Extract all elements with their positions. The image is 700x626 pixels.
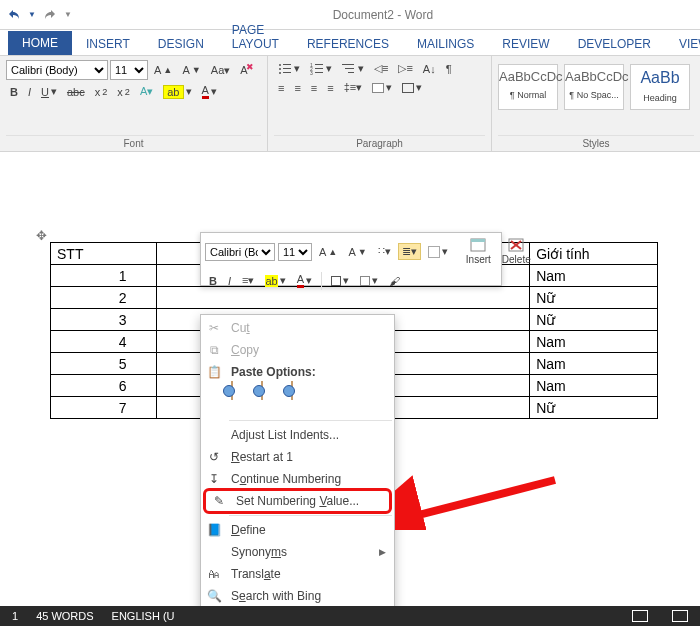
tab-insert[interactable]: INSERT	[72, 32, 144, 55]
show-marks-button[interactable]: ¶	[442, 61, 456, 77]
svg-rect-12	[342, 64, 354, 65]
mini-font-color[interactable]: A▾	[293, 271, 316, 290]
justify-button[interactable]: ≡	[323, 80, 337, 96]
ctx-translate[interactable]: 🗛 Translate	[201, 563, 394, 585]
shrink-font-button[interactable]: A▼	[178, 62, 204, 78]
ctx-set-numbering-value[interactable]: ✎ Set Numbering Value...	[203, 488, 392, 514]
change-case-button[interactable]: Aa▾	[207, 62, 234, 79]
superscript-button[interactable]: x2	[113, 84, 134, 100]
italic-button[interactable]: I	[24, 84, 35, 100]
bold-button[interactable]: B	[6, 84, 22, 100]
style-normal[interactable]: AaBbCcDc¶ Normal	[498, 64, 558, 110]
paste-keep-source-icon[interactable]	[231, 385, 255, 413]
ctx-copy: ⧉ Copy	[201, 339, 394, 361]
mini-font-size[interactable]: 11	[278, 243, 312, 261]
ctx-define[interactable]: 📘 Define	[201, 519, 394, 541]
context-menu: ✂ Cut ⧉ Copy 📋 Paste Options: Adjust Lis…	[200, 314, 395, 606]
sort-button[interactable]: A↓	[419, 61, 440, 77]
style-heading[interactable]: AaBbHeading	[630, 64, 690, 110]
subscript-button[interactable]: x2	[91, 84, 112, 100]
font-size-select[interactable]: 11	[110, 60, 148, 80]
multilevel-list-button[interactable]: ▾	[338, 60, 368, 77]
restart-icon: ↺	[205, 448, 223, 466]
mini-borders[interactable]: ▾	[327, 272, 353, 289]
view-read-icon[interactable]	[632, 610, 648, 622]
view-print-icon[interactable]	[672, 610, 688, 622]
mini-insert-button[interactable]: Insert	[462, 236, 495, 267]
mini-grow-font[interactable]: A▲	[315, 244, 341, 260]
mini-align[interactable]: ≡▾	[238, 272, 258, 289]
qat-customize-icon[interactable]: ▼	[64, 10, 72, 19]
mini-highlight[interactable]: ab▾	[261, 272, 289, 289]
status-bar: 1 45 WORDS ENGLISH (U	[0, 606, 700, 626]
strikethrough-button[interactable]: abc	[63, 84, 89, 100]
tab-view[interactable]: VIEW	[665, 32, 700, 55]
status-page[interactable]: 1	[12, 610, 18, 622]
grow-font-button[interactable]: A▲	[150, 62, 176, 78]
decrease-indent-button[interactable]: ◁≡	[370, 60, 392, 77]
mini-bullets[interactable]: ∷▾	[374, 243, 395, 260]
table-move-handle-icon[interactable]: ✥	[36, 228, 47, 243]
svg-point-4	[279, 72, 281, 74]
mini-font-name[interactable]: Calibri (Bo	[205, 243, 275, 261]
title-bar: ▼ ▼ Document2 - Word	[0, 0, 700, 30]
svg-point-0	[279, 64, 281, 66]
highlight-button[interactable]: ab▾	[159, 83, 195, 101]
shading-button[interactable]: ▾	[368, 79, 396, 96]
font-name-select[interactable]: Calibri (Body)	[6, 60, 108, 80]
svg-rect-11	[315, 72, 323, 73]
ctx-search-bing[interactable]: 🔍 Search with Bing	[201, 585, 394, 606]
tab-page-layout[interactable]: PAGE LAYOUT	[218, 18, 293, 55]
status-words[interactable]: 45 WORDS	[36, 610, 93, 622]
paste-icon: 📋	[205, 363, 223, 381]
group-paragraph-label: Paragraph	[274, 135, 485, 149]
text-effects-button[interactable]: A▾	[136, 83, 157, 100]
group-font: Calibri (Body) 11 A▲ A▼ Aa▾ A✖ B I U▾ ab…	[0, 56, 268, 151]
tab-design[interactable]: DESIGN	[144, 32, 218, 55]
mini-numbering[interactable]: ≣▾	[398, 243, 421, 260]
mini-shrink-font[interactable]: A▼	[344, 244, 370, 260]
set-value-icon: ✎	[210, 492, 228, 510]
align-center-button[interactable]: ≡	[290, 80, 304, 96]
search-icon: 🔍	[205, 587, 223, 605]
mini-format-painter[interactable]: 🖌	[385, 273, 404, 289]
font-color-button[interactable]: A▾	[198, 82, 221, 101]
ctx-continue-numbering[interactable]: ↧ Continue Numbering	[201, 468, 394, 490]
clear-formatting-button[interactable]: A✖	[236, 62, 251, 78]
underline-button[interactable]: U▾	[37, 83, 61, 100]
style-no-spacing[interactable]: AaBbCcDc¶ No Spac...	[564, 64, 624, 110]
increase-indent-button[interactable]: ▷≡	[394, 60, 416, 77]
mini-bold[interactable]: B	[205, 273, 221, 289]
group-styles-label: Styles	[498, 135, 694, 149]
tab-references[interactable]: REFERENCES	[293, 32, 403, 55]
ctx-adjust-indents[interactable]: Adjust List Indents...	[201, 424, 394, 446]
tab-developer[interactable]: DEVELOPER	[564, 32, 665, 55]
cut-icon: ✂	[205, 319, 223, 337]
status-lang[interactable]: ENGLISH (U	[112, 610, 175, 622]
tab-home[interactable]: HOME	[8, 31, 72, 55]
copy-icon: ⧉	[205, 341, 223, 359]
borders-button[interactable]: ▾	[398, 79, 426, 96]
paste-text-only-icon[interactable]	[291, 385, 315, 413]
line-spacing-button[interactable]: ‡≡▾	[340, 79, 367, 96]
ctx-restart-at-1[interactable]: ↺ Restart at 1	[201, 446, 394, 468]
align-right-button[interactable]: ≡	[307, 80, 321, 96]
header-gt[interactable]: Giới tính	[530, 243, 658, 265]
qat-dropdown-icon[interactable]: ▼	[28, 10, 36, 19]
ctx-synonyms[interactable]: Synonyms ▶	[201, 541, 394, 563]
svg-rect-1	[283, 64, 291, 65]
mini-styles[interactable]: ▾	[424, 243, 452, 260]
tab-review[interactable]: REVIEW	[488, 32, 563, 55]
redo-icon[interactable]	[42, 7, 58, 23]
paste-merge-icon[interactable]	[261, 385, 285, 413]
mini-italic[interactable]: I	[224, 273, 235, 289]
header-stt[interactable]: STT	[51, 243, 157, 265]
mini-delete-button[interactable]: Delete	[498, 236, 535, 267]
bullets-button[interactable]: ▾	[274, 60, 304, 77]
align-left-button[interactable]: ≡	[274, 80, 288, 96]
tab-mailings[interactable]: MAILINGS	[403, 32, 488, 55]
undo-icon[interactable]	[6, 7, 22, 23]
svg-rect-5	[283, 72, 291, 73]
mini-shading[interactable]: ▾	[356, 272, 382, 289]
numbering-button[interactable]: 123▾	[306, 60, 336, 77]
